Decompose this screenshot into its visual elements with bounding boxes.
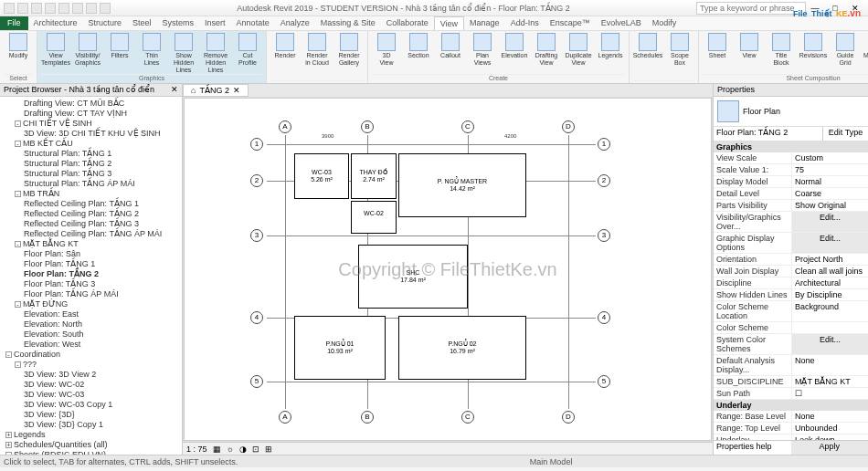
ribbon-tab[interactable]: Modify bbox=[647, 16, 683, 30]
ribbon-tab[interactable]: Systems bbox=[157, 16, 200, 30]
tree-item[interactable]: -Coordination bbox=[2, 350, 180, 360]
tree-item[interactable]: Reflected Ceiling Plan: TẦNG 2 bbox=[2, 209, 180, 219]
tree-item[interactable]: Structural Plan: TẦNG 1 bbox=[2, 149, 180, 159]
ribbon-button[interactable]: View bbox=[735, 33, 764, 67]
tree-item[interactable]: -MB TRẦN bbox=[2, 189, 180, 199]
search-input[interactable] bbox=[696, 2, 806, 15]
tree-item[interactable]: Floor Plan: TẦNG 3 bbox=[2, 279, 180, 289]
ribbon-button[interactable]: Sheet bbox=[703, 33, 732, 67]
ribbon-button[interactable]: Modify bbox=[4, 33, 33, 59]
tree-item[interactable]: Elevation: East bbox=[2, 309, 180, 319]
tab-close-icon[interactable]: ✕ bbox=[233, 86, 240, 95]
property-row[interactable]: Wall Join DisplayClean all wall joins bbox=[714, 266, 868, 277]
view-icon[interactable]: ▦ bbox=[213, 445, 221, 454]
tree-item[interactable]: Drafting View: CT TAY VỊNH bbox=[2, 109, 180, 119]
property-row[interactable]: Detail LevelCoarse bbox=[714, 188, 868, 200]
ribbon-button[interactable]: TitleBlock bbox=[767, 33, 796, 67]
tree-item[interactable]: Floor Plan: TẦNG 1 bbox=[2, 259, 180, 269]
browser-close-icon[interactable]: ✕ bbox=[171, 85, 178, 95]
tree-item[interactable]: Elevation: North bbox=[2, 319, 180, 330]
ribbon-tab[interactable]: Structure bbox=[83, 16, 128, 30]
ribbon-button[interactable]: Schedules bbox=[633, 33, 662, 67]
property-row[interactable]: Color Scheme bbox=[714, 322, 868, 334]
type-name[interactable]: Floor Plan bbox=[743, 107, 780, 116]
document-tab[interactable]: ⌂TẦNG 2✕ bbox=[183, 84, 249, 97]
instance-selector[interactable]: Floor Plan: TẦNG 2 bbox=[714, 127, 822, 141]
canvas[interactable]: AABBCCDD1122334455WC-035.26 m²THAY ĐỒ2.7… bbox=[184, 98, 712, 441]
ribbon-button[interactable]: PlanViews bbox=[468, 33, 497, 67]
qat-icon[interactable] bbox=[72, 3, 83, 14]
ribbon-button[interactable]: Legends bbox=[596, 33, 625, 67]
ribbon-tab[interactable]: Steel bbox=[127, 16, 157, 30]
tree-item[interactable]: Reflected Ceiling Plan: TẦNG ÁP MÁI bbox=[2, 229, 180, 239]
ribbon-button[interactable]: ViewTemplates bbox=[41, 33, 70, 74]
qat-icon[interactable] bbox=[17, 3, 28, 14]
ribbon-button[interactable]: ShowHidden Lines bbox=[169, 33, 198, 74]
apply-button[interactable]: Apply bbox=[791, 441, 869, 455]
ribbon-button[interactable]: 3DView bbox=[372, 33, 401, 67]
tree-item[interactable]: 3D View: 3D View 2 bbox=[2, 370, 180, 380]
tree-item[interactable]: 3D View: WC-03 bbox=[2, 390, 180, 400]
ribbon-button[interactable]: DraftingView bbox=[532, 33, 561, 67]
tree-item[interactable]: 3D View: WC-03 Copy 1 bbox=[2, 400, 180, 410]
property-row[interactable]: SUB_DISCIPLINEMẶT BẰNG KT bbox=[714, 376, 868, 388]
view-control-bar[interactable]: 1 : 75 ▦☼◑⊡⊞ bbox=[183, 442, 713, 455]
ribbon-tab[interactable]: Annotate bbox=[231, 16, 275, 30]
qat-icon[interactable] bbox=[86, 3, 97, 14]
view-icon[interactable]: ⊡ bbox=[252, 445, 259, 454]
ribbon-button[interactable]: Revisions bbox=[799, 33, 828, 67]
tree-item[interactable]: -??? bbox=[2, 360, 180, 370]
ribbon-tab[interactable]: EvolveLAB bbox=[596, 16, 647, 30]
ribbon-button[interactable]: Render bbox=[270, 33, 300, 67]
property-row[interactable]: DisciplineArchitectural bbox=[714, 277, 868, 289]
tree-item[interactable]: Structural Plan: TẦNG 3 bbox=[2, 169, 180, 179]
tree-item[interactable]: Drafting View: CT MŨI BẤC bbox=[2, 99, 180, 109]
ribbon-tab[interactable]: Insert bbox=[199, 16, 231, 30]
status-model[interactable]: Main Model bbox=[238, 457, 864, 466]
tree-item[interactable]: Floor Plan: Sân bbox=[2, 249, 180, 259]
ribbon-button[interactable]: Elevation bbox=[500, 33, 529, 67]
tree-item[interactable]: -MẶT ĐỨNG bbox=[2, 299, 180, 309]
property-row[interactable]: Visibility/Graphics Over...Edit... bbox=[714, 212, 868, 233]
property-row[interactable]: OrientationProject North bbox=[714, 254, 868, 266]
ribbon-button[interactable]: Matchline bbox=[863, 33, 868, 67]
property-row[interactable]: Show Hidden LinesBy Discipline bbox=[714, 289, 868, 301]
tree-item[interactable]: Elevation: West bbox=[2, 340, 180, 350]
property-group[interactable]: Underlay bbox=[714, 400, 868, 411]
ribbon-button[interactable]: Filters bbox=[105, 33, 134, 74]
tree-item[interactable]: -Sheets (RDSIC.EDU.VN) bbox=[2, 450, 180, 455]
property-row[interactable]: Default Analysis Display...None bbox=[714, 355, 868, 376]
view-icon[interactable]: ☼ bbox=[227, 445, 234, 454]
ribbon-button[interactable]: Section bbox=[404, 33, 433, 67]
tree-item[interactable]: 3D View: 3D CHI TIẾT KHU VỆ SINH bbox=[2, 129, 180, 139]
property-row[interactable]: Range: Top LevelUnbounded bbox=[714, 423, 868, 434]
property-row[interactable]: Sun Path bbox=[714, 388, 868, 400]
properties-help-link[interactable]: Properties help bbox=[714, 441, 791, 455]
ribbon-tab[interactable]: Enscape™ bbox=[545, 16, 596, 30]
tree-item[interactable]: 3D View: {3D} Copy 1 bbox=[2, 420, 180, 430]
ribbon-button[interactable]: GuideGrid bbox=[831, 33, 860, 67]
tree-item[interactable]: 3D View: WC-02 bbox=[2, 380, 180, 390]
file-tab[interactable]: File bbox=[0, 16, 28, 30]
ribbon-tab[interactable]: View bbox=[434, 16, 464, 30]
ribbon-button[interactable]: Callout bbox=[436, 33, 465, 67]
tree-item[interactable]: Elevation: South bbox=[2, 330, 180, 340]
view-icon[interactable]: ◑ bbox=[239, 445, 247, 454]
ribbon-tab[interactable]: Manage bbox=[464, 16, 505, 30]
property-row[interactable]: Color Scheme LocationBackground bbox=[714, 301, 868, 322]
property-row[interactable]: Range: Base LevelNone bbox=[714, 411, 868, 423]
scale-display[interactable]: 1 : 75 bbox=[186, 445, 207, 454]
tree-item[interactable]: Structural Plan: TẦNG ÁP MÁI bbox=[2, 179, 180, 189]
qat-icon[interactable] bbox=[100, 3, 111, 14]
ribbon-tab[interactable]: Collaborate bbox=[381, 16, 434, 30]
tree-item[interactable]: 3D View: {3D} bbox=[2, 410, 180, 420]
tree-item[interactable]: Structural Plan: TẦNG 2 bbox=[2, 159, 180, 169]
ribbon-button[interactable]: Visibility/Graphics bbox=[73, 33, 102, 74]
ribbon-button[interactable]: DuplicateView bbox=[564, 33, 593, 67]
view-icon[interactable]: ⊞ bbox=[265, 445, 272, 454]
qat-icon[interactable] bbox=[31, 3, 42, 14]
property-row[interactable]: View ScaleCustom bbox=[714, 152, 868, 164]
property-row[interactable]: Scale Value 1:75 bbox=[714, 164, 868, 176]
ribbon-tab[interactable]: Massing & Site bbox=[315, 16, 381, 30]
property-group[interactable]: Graphics bbox=[714, 141, 868, 152]
